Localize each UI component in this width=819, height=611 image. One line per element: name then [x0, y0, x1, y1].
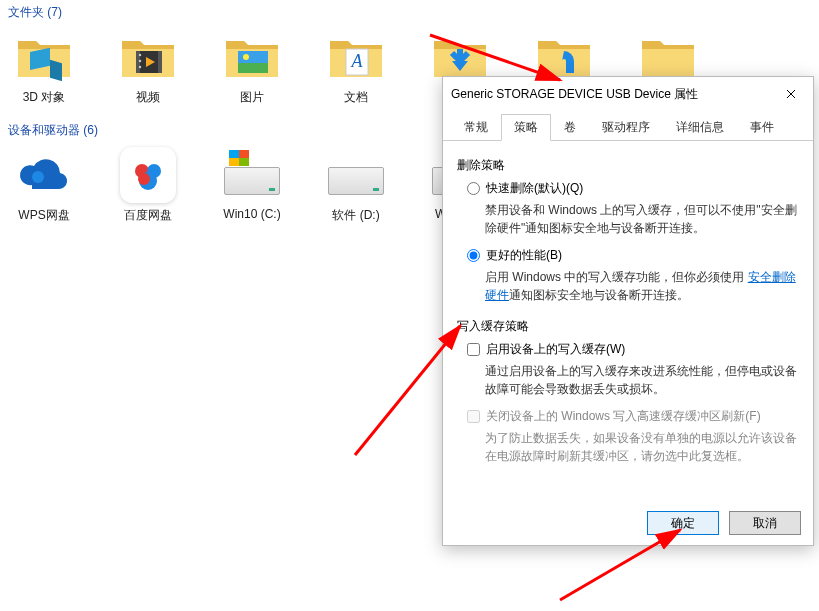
- dialog-titlebar[interactable]: Generic STORAGE DEVICE USB Device 属性: [443, 77, 813, 111]
- drive-label: Win10 (C:): [223, 207, 280, 221]
- drive-baidu[interactable]: 百度网盘: [112, 147, 184, 224]
- folder-documents[interactable]: A 文档: [320, 29, 392, 106]
- folder-documents-icon: A: [328, 29, 384, 85]
- dialog-title: Generic STORAGE DEVICE USB Device 属性: [451, 86, 698, 103]
- radio-better-perf[interactable]: 更好的性能(B): [467, 247, 799, 264]
- folder-label: 图片: [240, 89, 264, 106]
- ok-button[interactable]: 确定: [647, 511, 719, 535]
- properties-dialog: Generic STORAGE DEVICE USB Device 属性 常规 …: [442, 76, 814, 546]
- tab-driver[interactable]: 驱动程序: [589, 114, 663, 141]
- folder-label: 文档: [344, 89, 368, 106]
- checkbox-flush-input: [467, 410, 480, 423]
- folder-pictures[interactable]: 图片: [216, 29, 288, 106]
- folder-label: 视频: [136, 89, 160, 106]
- better-perf-desc: 启用 Windows 中的写入缓存功能，但你必须使用 安全删除硬件通知图标安全地…: [485, 268, 799, 304]
- radio-better-label: 更好的性能(B): [486, 247, 562, 264]
- close-icon: [786, 89, 796, 99]
- drive-icon: [328, 147, 384, 203]
- folder-3d-objects[interactable]: 3D 对象: [8, 29, 80, 106]
- checkbox-enable-input[interactable]: [467, 343, 480, 356]
- drive-label: WPS网盘: [18, 207, 69, 224]
- svg-point-6: [139, 60, 141, 62]
- write-cache-title: 写入缓存策略: [457, 318, 799, 335]
- svg-point-7: [139, 66, 141, 68]
- drive-d[interactable]: 软件 (D:): [320, 147, 392, 224]
- svg-point-14: [32, 171, 44, 183]
- svg-rect-1: [50, 60, 62, 81]
- tab-details[interactable]: 详细信息: [663, 114, 737, 141]
- radio-quick-input[interactable]: [467, 182, 480, 195]
- svg-point-5: [139, 54, 141, 56]
- dialog-button-row: 确定 取消: [647, 511, 801, 535]
- checkbox-flush: 关闭设备上的 Windows 写入高速缓存缓冲区刷新(F): [467, 408, 799, 425]
- radio-quick-label: 快速删除(默认)(Q): [486, 180, 583, 197]
- section-header-folders: 文件夹 (7): [0, 0, 819, 25]
- drive-icon: [224, 147, 280, 203]
- radio-quick-removal[interactable]: 快速删除(默认)(Q): [467, 180, 799, 197]
- removal-policy-title: 删除策略: [457, 157, 799, 174]
- tab-general[interactable]: 常规: [451, 114, 501, 141]
- folder-label: 3D 对象: [23, 89, 66, 106]
- folder-pictures-icon: [224, 29, 280, 85]
- tab-policy[interactable]: 策略: [501, 114, 551, 141]
- svg-rect-4: [158, 51, 162, 73]
- folder-3d-icon: [16, 29, 72, 85]
- tab-events[interactable]: 事件: [737, 114, 787, 141]
- enable-cache-desc: 通过启用设备上的写入缓存来改进系统性能，但停电或设备故障可能会导致数据丢失或损坏…: [485, 362, 799, 398]
- drive-c[interactable]: Win10 (C:): [216, 147, 288, 224]
- svg-point-11: [243, 54, 249, 60]
- tab-volume[interactable]: 卷: [551, 114, 589, 141]
- tab-body: 删除策略 快速删除(默认)(Q) 禁用设备和 Windows 上的写入缓存，但可…: [443, 141, 813, 485]
- quick-removal-desc: 禁用设备和 Windows 上的写入缓存，但可以不使用"安全删除硬件"通知图标安…: [485, 201, 799, 237]
- svg-point-18: [138, 173, 150, 185]
- svg-rect-10: [238, 63, 268, 73]
- wps-cloud-icon: [16, 147, 72, 203]
- radio-better-input[interactable]: [467, 249, 480, 262]
- drive-label: 百度网盘: [124, 207, 172, 224]
- drive-wps[interactable]: WPS网盘: [8, 147, 80, 224]
- folder-videos[interactable]: 视频: [112, 29, 184, 106]
- close-button[interactable]: [777, 83, 805, 105]
- baidu-cloud-icon: [120, 147, 176, 203]
- checkbox-enable-label: 启用设备上的写入缓存(W): [486, 341, 625, 358]
- checkbox-flush-label: 关闭设备上的 Windows 写入高速缓存缓冲区刷新(F): [486, 408, 761, 425]
- flush-desc: 为了防止数据丢失，如果设备没有单独的电源以允许该设备在电源故障时刷新其缓冲区，请…: [485, 429, 799, 465]
- folder-video-icon: [120, 29, 176, 85]
- drive-label: 软件 (D:): [332, 207, 379, 224]
- svg-text:A: A: [351, 51, 364, 71]
- checkbox-enable-write-cache[interactable]: 启用设备上的写入缓存(W): [467, 341, 799, 358]
- dialog-tabs: 常规 策略 卷 驱动程序 详细信息 事件: [443, 113, 813, 141]
- cancel-button[interactable]: 取消: [729, 511, 801, 535]
